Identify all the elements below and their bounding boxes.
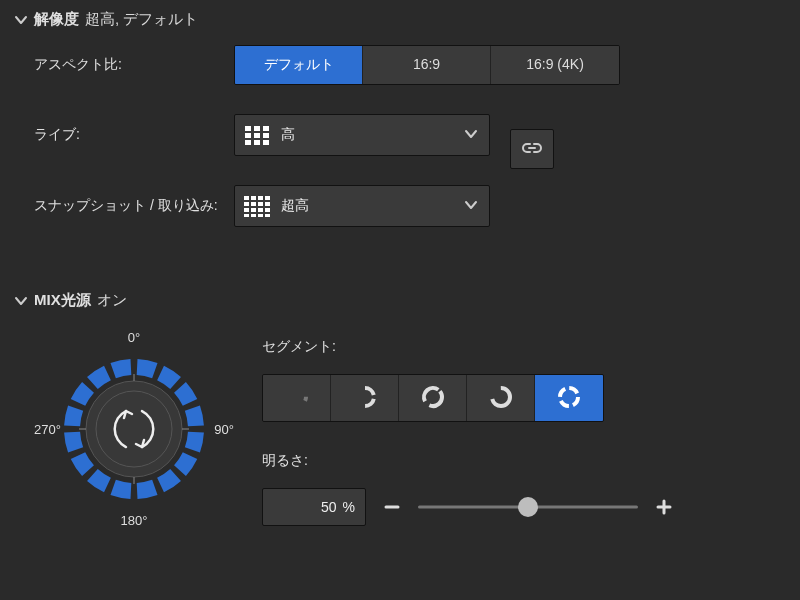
- svg-point-26: [86, 381, 182, 477]
- svg-point-32: [288, 388, 306, 406]
- svg-point-35: [492, 388, 510, 406]
- svg-rect-7: [245, 140, 251, 145]
- link-button[interactable]: [510, 129, 554, 169]
- svg-rect-10: [244, 196, 249, 200]
- svg-rect-6: [263, 133, 269, 138]
- dial-tick-90: 90°: [214, 422, 234, 437]
- brightness-decrease-button[interactable]: [376, 491, 408, 523]
- segment-option-3[interactable]: [399, 375, 467, 421]
- svg-rect-4: [245, 133, 251, 138]
- brightness-value: 50: [321, 499, 337, 515]
- resolution-status: 超高, デフォルト: [85, 10, 198, 29]
- snapshot-dropdown[interactable]: 超高: [234, 185, 490, 227]
- chevron-down-icon: [14, 13, 28, 27]
- svg-rect-23: [251, 214, 256, 217]
- segment-option-4[interactable]: [467, 375, 535, 421]
- segment-option-1[interactable]: [263, 375, 331, 421]
- segment-option-2[interactable]: [331, 375, 399, 421]
- live-dropdown[interactable]: 高: [234, 114, 490, 156]
- light-direction-dial[interactable]: 0° 90° 180° 270°: [34, 334, 234, 524]
- segment-group: [262, 374, 604, 422]
- mix-status: オン: [97, 291, 127, 310]
- svg-rect-5: [254, 133, 260, 138]
- svg-point-34: [420, 384, 445, 409]
- svg-rect-25: [265, 214, 270, 217]
- dial-tick-0: 0°: [128, 330, 140, 345]
- aspect-option-default[interactable]: デフォルト: [235, 46, 363, 84]
- aspect-option-16-9[interactable]: 16:9: [363, 46, 491, 84]
- live-value: 高: [281, 126, 453, 144]
- resolution-title: 解像度: [34, 10, 79, 29]
- svg-rect-9: [263, 140, 269, 145]
- svg-rect-19: [251, 208, 256, 212]
- svg-rect-20: [258, 208, 263, 212]
- segment-option-5[interactable]: [535, 375, 603, 421]
- brightness-label: 明るさ:: [262, 452, 800, 470]
- slider-thumb[interactable]: [518, 497, 538, 517]
- grid-4x4-icon: [243, 194, 271, 218]
- resolution-section-header[interactable]: 解像度 超高, デフォルト: [0, 0, 800, 37]
- svg-rect-8: [254, 140, 260, 145]
- aspect-ratio-label: アスペクト比:: [34, 56, 234, 74]
- snapshot-label: スナップショット / 取り込み:: [34, 197, 234, 215]
- aspect-option-16-9-4k[interactable]: 16:9 (4K): [491, 46, 619, 84]
- svg-rect-21: [265, 208, 270, 212]
- aspect-ratio-group: デフォルト 16:9 16:9 (4K): [234, 45, 620, 85]
- ring-segment-icon: [352, 384, 378, 413]
- svg-rect-22: [244, 214, 249, 217]
- svg-rect-16: [258, 202, 263, 206]
- link-icon: [521, 141, 543, 158]
- segment-label: セグメント:: [262, 338, 800, 356]
- brightness-slider[interactable]: [418, 495, 638, 519]
- svg-rect-15: [251, 202, 256, 206]
- live-label: ライブ:: [34, 126, 234, 144]
- dial-tick-270: 270°: [34, 422, 61, 437]
- chevron-down-icon: [463, 126, 479, 145]
- svg-rect-24: [258, 214, 263, 217]
- svg-rect-12: [258, 196, 263, 200]
- mix-title: MIX光源: [34, 291, 91, 310]
- brightness-input[interactable]: 50 %: [262, 488, 366, 526]
- snapshot-value: 超高: [281, 197, 453, 215]
- brightness-increase-button[interactable]: [648, 491, 680, 523]
- dial-tick-180: 180°: [121, 513, 148, 528]
- svg-rect-3: [263, 126, 269, 131]
- svg-rect-2: [254, 126, 260, 131]
- svg-rect-18: [244, 208, 249, 212]
- plus-icon: [656, 493, 672, 521]
- brightness-unit: %: [343, 499, 355, 515]
- svg-point-33: [356, 388, 374, 406]
- svg-rect-11: [251, 196, 256, 200]
- ring-segment-icon: [420, 384, 446, 413]
- svg-rect-17: [265, 202, 270, 206]
- svg-rect-14: [244, 202, 249, 206]
- grid-3x3-icon: [243, 123, 271, 147]
- ring-segment-icon: [284, 384, 310, 413]
- ring-segment-icon: [488, 384, 514, 413]
- svg-point-36: [560, 388, 578, 406]
- ring-full-icon: [556, 384, 582, 413]
- svg-rect-13: [265, 196, 270, 200]
- chevron-down-icon: [14, 294, 28, 308]
- minus-icon: [384, 493, 400, 521]
- chevron-down-icon: [463, 197, 479, 216]
- svg-rect-1: [245, 126, 251, 131]
- mix-section-header[interactable]: MIX光源 オン: [0, 281, 800, 318]
